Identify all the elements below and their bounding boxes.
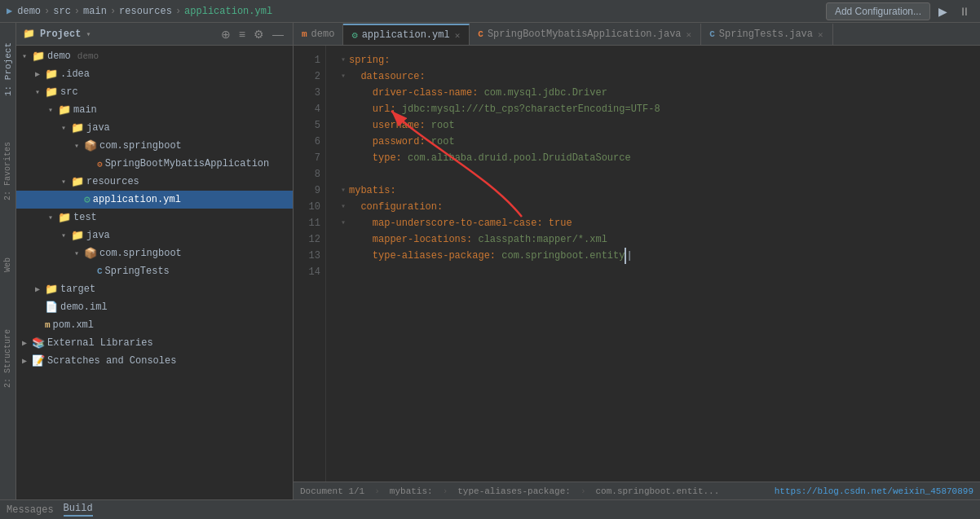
- project-tree: ▾ 📁 demo demo ▶ 📁 .idea ▾ 📁 src ▾ 📁: [16, 46, 293, 499]
- tree-item-ext-libs[interactable]: ▶ 📚 External Libraries: [16, 334, 293, 352]
- line-num-6: 6: [294, 134, 320, 150]
- iml-icon: 📄: [45, 301, 58, 314]
- line-num-3: 3: [294, 85, 320, 101]
- tree-item-test[interactable]: ▾ 📁 test: [16, 209, 293, 227]
- breadcrumb-main[interactable]: main: [83, 6, 107, 17]
- tree-label-main: main: [73, 104, 97, 116]
- tree-item-demo-iml[interactable]: 📄 demo.iml: [16, 298, 293, 316]
- tree-label-target: target: [60, 284, 95, 295]
- project-side-label[interactable]: 1: Project: [3, 26, 13, 112]
- tab-yaml-icon: ⚙: [351, 29, 357, 42]
- tab-application-yml[interactable]: ⚙ application.yml ✕: [343, 24, 470, 45]
- folder-icon: 📁: [23, 28, 35, 40]
- status-bar: Document 1/1 › mybatis: › type-aliases-p…: [294, 482, 980, 499]
- code-text-9: mybatis:: [349, 183, 396, 199]
- tree-item-application-yml[interactable]: ⚙ application.yml: [16, 191, 293, 209]
- code-line-8: [334, 166, 980, 183]
- tab-spring-tests-close[interactable]: ✕: [817, 29, 824, 41]
- fold-10[interactable]: ▾: [338, 199, 349, 215]
- tree-item-scratches[interactable]: ▶ 📝 Scratches and Consoles: [16, 352, 293, 370]
- code-text-4b: jdbc:mysql:///tb_cps?characterEncoding=U…: [402, 101, 660, 117]
- tree-item-com-springboot-test[interactable]: ▾ 📦 com.springboot: [16, 244, 293, 262]
- fold-11[interactable]: ▾: [338, 215, 349, 231]
- status-url[interactable]: https://blog.csdn.net/weixin_45870899: [775, 486, 973, 496]
- bottom-tab-messages[interactable]: Messages: [7, 504, 54, 516]
- tab-spring-tests-label: SpringTests.java: [719, 29, 813, 40]
- tree-label-scratches: Scratches and Consoles: [47, 355, 176, 367]
- tab-bar: m demo ⚙ application.yml ✕ C SpringBootM…: [294, 23, 980, 46]
- tree-item-spring-app[interactable]: ⚙ SpringBootMybatisApplication: [16, 155, 293, 173]
- debug-button[interactable]: ⏸: [956, 3, 973, 20]
- sep4: ›: [175, 6, 181, 17]
- code-text-7b: com.alibaba.druid.pool.DruidDataSource: [408, 150, 631, 166]
- left-side-strip: 1: Project 2: Favorites Web 2: Structure: [0, 23, 16, 499]
- demo-icon: ▶: [7, 5, 12, 17]
- code-line-6: password: root: [334, 134, 980, 150]
- tree-item-target[interactable]: ▶ 📁 target: [16, 280, 293, 298]
- tab-spring-app-close[interactable]: ✕: [686, 29, 693, 41]
- tab-yaml-label: application.yml: [362, 29, 450, 41]
- panel-title: Project: [40, 29, 81, 40]
- tree-item-idea[interactable]: ▶ 📁 .idea: [16, 65, 293, 83]
- code-line-11: ▾ map-underscore-to-camel-case: true: [334, 215, 980, 231]
- tree-label-demo-iml: demo.iml: [60, 301, 108, 313]
- tab-spring-app-icon: C: [478, 29, 483, 39]
- tree-item-demo[interactable]: ▾ 📁 demo demo: [16, 47, 293, 65]
- code-editor[interactable]: 1 2 3 4 5 6 7 8 9 10 11 12 13 14: [294, 46, 980, 482]
- favorites-side-label[interactable]: 2: Favorites: [3, 139, 12, 204]
- web-side-label[interactable]: Web: [3, 254, 12, 275]
- breadcrumb-resources[interactable]: resources: [119, 6, 172, 17]
- xml-pom-icon: m: [45, 320, 51, 330]
- add-configuration-button[interactable]: Add Configuration...: [826, 2, 930, 20]
- arrow-resources: ▾: [59, 177, 68, 187]
- status-section1: mybatis:: [390, 486, 433, 496]
- code-text-3a: driver-class-name:: [349, 85, 484, 101]
- panel-minimize-button[interactable]: —: [270, 27, 286, 42]
- breadcrumb-src[interactable]: src: [53, 6, 71, 17]
- code-line-13: type-aliases-package: com.springboot.ent…: [334, 248, 980, 264]
- folder-test-icon: 📁: [58, 211, 71, 224]
- tree-label-idea: .idea: [60, 68, 90, 80]
- breadcrumb-file[interactable]: application.yml: [184, 6, 272, 17]
- fold-9[interactable]: ▾: [338, 183, 349, 199]
- tree-item-spring-tests[interactable]: C SpringTests: [16, 262, 293, 280]
- tree-item-main[interactable]: ▾ 📁 main: [16, 101, 293, 119]
- tree-label-resources: resources: [86, 176, 139, 187]
- tree-item-com-springboot[interactable]: ▾ 📦 com.springboot: [16, 137, 293, 155]
- arrow-java-test: ▾: [59, 231, 68, 240]
- tab-demo[interactable]: m demo: [294, 24, 343, 45]
- tree-item-java-test[interactable]: ▾ 📁 java: [16, 227, 293, 244]
- bottom-bar: Messages Build: [0, 499, 980, 519]
- line-num-9: 9: [294, 183, 320, 199]
- arrow-demo: ▾: [20, 51, 29, 61]
- tree-item-java[interactable]: ▾ 📁 java: [16, 119, 293, 137]
- panel-collapse-button[interactable]: ≡: [236, 27, 248, 42]
- tree-item-src[interactable]: ▾ 📁 src: [16, 83, 293, 101]
- code-line-3: driver-class-name: com.mysql.jdbc.Driver: [334, 85, 980, 101]
- fold-2[interactable]: ▾: [338, 68, 349, 85]
- arrow-ext-libs: ▶: [20, 338, 29, 348]
- cursor: |: [625, 248, 632, 264]
- run-button[interactable]: ▶: [935, 3, 951, 20]
- panel-settings-button[interactable]: ⚙: [251, 27, 267, 42]
- tree-label-com-springboot-test: com.springboot: [99, 248, 182, 259]
- fold-1[interactable]: ▾: [338, 52, 349, 68]
- tab-spring-tests[interactable]: C SpringTests.java ✕: [701, 24, 832, 45]
- tab-yaml-close[interactable]: ✕: [454, 29, 461, 42]
- panel-add-button[interactable]: ⊕: [219, 27, 233, 42]
- bottom-tab-build[interactable]: Build: [64, 503, 93, 517]
- panel-actions: ⊕ ≡ ⚙ —: [219, 27, 286, 42]
- tab-spring-boot-app[interactable]: C SpringBootMybatisApplication.java ✕: [470, 24, 701, 45]
- status-section3: com.springboot.entit...: [595, 486, 719, 496]
- code-content[interactable]: ▾ spring: ▾ datasource: driver-class-nam…: [326, 46, 980, 482]
- status-sep2: ›: [443, 486, 448, 496]
- panel-dropdown-icon: ▾: [86, 29, 90, 39]
- folder-resources-icon: 📁: [71, 175, 84, 188]
- tree-item-pom-xml[interactable]: m pom.xml: [16, 316, 293, 334]
- tree-item-resources[interactable]: ▾ 📁 resources: [16, 173, 293, 191]
- arrow-com-springboot: ▾: [72, 141, 82, 151]
- breadcrumb-demo[interactable]: demo: [17, 6, 41, 17]
- folder-java-icon: 📁: [71, 121, 84, 134]
- code-text-12b: classpath:mapper/*.xml: [478, 231, 607, 248]
- structure-side-label[interactable]: 2: Structure: [3, 326, 12, 391]
